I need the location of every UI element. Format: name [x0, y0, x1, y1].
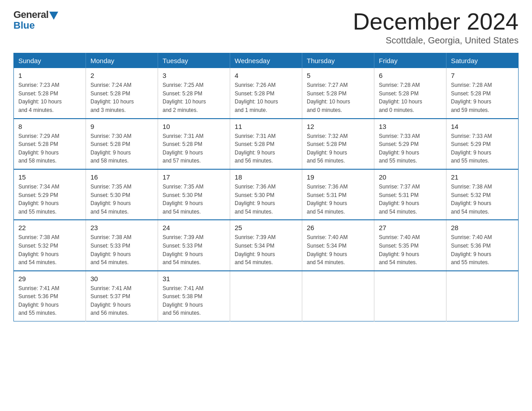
day-info: Sunrise: 7:25 AM Sunset: 5:28 PM Dayligh…	[163, 81, 225, 114]
logo: General Blue	[13, 9, 58, 31]
calendar-day-cell: 2Sunrise: 7:24 AM Sunset: 5:28 PM Daylig…	[86, 68, 158, 118]
day-number: 14	[451, 123, 514, 130]
calendar-week-row: 22Sunrise: 7:38 AM Sunset: 5:32 PM Dayli…	[14, 220, 519, 270]
calendar-day-cell: 22Sunrise: 7:38 AM Sunset: 5:32 PM Dayli…	[14, 220, 86, 270]
day-info: Sunrise: 7:30 AM Sunset: 5:28 PM Dayligh…	[90, 132, 153, 165]
day-number: 20	[379, 173, 442, 181]
day-info: Sunrise: 7:31 AM Sunset: 5:28 PM Dayligh…	[163, 132, 225, 165]
day-info: Sunrise: 7:37 AM Sunset: 5:31 PM Dayligh…	[379, 183, 442, 216]
calendar-day-cell: 4Sunrise: 7:26 AM Sunset: 5:28 PM Daylig…	[230, 68, 302, 118]
day-info: Sunrise: 7:38 AM Sunset: 5:33 PM Dayligh…	[90, 233, 153, 266]
logo-general-text: General	[13, 9, 48, 21]
calendar-day-cell: 7Sunrise: 7:28 AM Sunset: 5:28 PM Daylig…	[446, 68, 519, 118]
day-info: Sunrise: 7:39 AM Sunset: 5:34 PM Dayligh…	[235, 233, 297, 266]
calendar-day-cell: 16Sunrise: 7:35 AM Sunset: 5:30 PM Dayli…	[86, 169, 158, 220]
calendar-day-cell: 21Sunrise: 7:38 AM Sunset: 5:32 PM Dayli…	[446, 169, 519, 220]
day-number: 4	[235, 72, 297, 79]
calendar-week-row: 1Sunrise: 7:23 AM Sunset: 5:28 PM Daylig…	[14, 68, 519, 118]
calendar-day-cell: 12Sunrise: 7:32 AM Sunset: 5:28 PM Dayli…	[302, 119, 374, 169]
day-number: 30	[90, 275, 153, 283]
calendar-day-cell: 6Sunrise: 7:28 AM Sunset: 5:28 PM Daylig…	[374, 68, 446, 118]
day-info: Sunrise: 7:40 AM Sunset: 5:34 PM Dayligh…	[307, 233, 369, 266]
day-number: 26	[307, 224, 369, 231]
day-number: 3	[163, 72, 225, 79]
day-info: Sunrise: 7:41 AM Sunset: 5:38 PM Dayligh…	[163, 284, 225, 317]
day-number: 15	[18, 173, 81, 181]
day-info: Sunrise: 7:38 AM Sunset: 5:32 PM Dayligh…	[18, 233, 81, 266]
calendar-day-cell: 20Sunrise: 7:37 AM Sunset: 5:31 PM Dayli…	[374, 169, 446, 220]
day-info: Sunrise: 7:36 AM Sunset: 5:30 PM Dayligh…	[235, 183, 297, 216]
day-info: Sunrise: 7:26 AM Sunset: 5:28 PM Dayligh…	[235, 81, 297, 114]
day-number: 28	[451, 224, 514, 231]
calendar-day-cell: 18Sunrise: 7:36 AM Sunset: 5:30 PM Dayli…	[230, 169, 302, 220]
day-number: 1	[18, 72, 81, 79]
calendar-day-cell: 14Sunrise: 7:33 AM Sunset: 5:29 PM Dayli…	[446, 119, 519, 169]
day-number: 27	[379, 224, 442, 231]
day-of-week-header: Wednesday	[230, 53, 302, 68]
day-info: Sunrise: 7:27 AM Sunset: 5:28 PM Dayligh…	[307, 81, 369, 114]
day-number: 2	[90, 72, 153, 79]
day-info: Sunrise: 7:33 AM Sunset: 5:29 PM Dayligh…	[451, 132, 514, 165]
calendar-day-cell	[302, 271, 374, 321]
day-number: 22	[18, 224, 81, 231]
day-of-week-header: Friday	[374, 53, 446, 68]
day-info: Sunrise: 7:28 AM Sunset: 5:28 PM Dayligh…	[379, 81, 442, 114]
day-number: 11	[235, 123, 297, 130]
calendar-day-cell: 15Sunrise: 7:34 AM Sunset: 5:29 PM Dayli…	[14, 169, 86, 220]
calendar-day-cell: 26Sunrise: 7:40 AM Sunset: 5:34 PM Dayli…	[302, 220, 374, 270]
calendar-day-cell: 8Sunrise: 7:29 AM Sunset: 5:28 PM Daylig…	[14, 119, 86, 169]
day-number: 13	[379, 123, 442, 130]
calendar-day-cell: 3Sunrise: 7:25 AM Sunset: 5:28 PM Daylig…	[158, 68, 230, 118]
day-number: 16	[90, 173, 153, 181]
day-number: 24	[163, 224, 225, 231]
day-info: Sunrise: 7:23 AM Sunset: 5:28 PM Dayligh…	[18, 81, 81, 114]
day-number: 29	[18, 275, 81, 283]
day-info: Sunrise: 7:38 AM Sunset: 5:32 PM Dayligh…	[451, 183, 514, 216]
day-info: Sunrise: 7:41 AM Sunset: 5:37 PM Dayligh…	[90, 284, 153, 317]
day-of-week-header: Sunday	[14, 53, 86, 68]
calendar-table: SundayMondayTuesdayWednesdayThursdayFrid…	[13, 53, 519, 321]
calendar-day-cell: 5Sunrise: 7:27 AM Sunset: 5:28 PM Daylig…	[302, 68, 374, 118]
day-info: Sunrise: 7:32 AM Sunset: 5:28 PM Dayligh…	[307, 132, 369, 165]
title-block: December 2024 Scottdale, Georgia, United…	[353, 9, 519, 46]
day-of-week-header: Saturday	[446, 53, 519, 68]
calendar-day-cell: 25Sunrise: 7:39 AM Sunset: 5:34 PM Dayli…	[230, 220, 302, 270]
day-of-week-header: Tuesday	[158, 53, 230, 68]
calendar-day-cell: 9Sunrise: 7:30 AM Sunset: 5:28 PM Daylig…	[86, 119, 158, 169]
day-number: 23	[90, 224, 153, 231]
calendar-day-cell: 24Sunrise: 7:39 AM Sunset: 5:33 PM Dayli…	[158, 220, 230, 270]
day-info: Sunrise: 7:28 AM Sunset: 5:28 PM Dayligh…	[451, 81, 514, 114]
day-info: Sunrise: 7:29 AM Sunset: 5:28 PM Dayligh…	[18, 132, 81, 165]
month-title: December 2024	[353, 9, 519, 34]
calendar-day-cell: 28Sunrise: 7:40 AM Sunset: 5:36 PM Dayli…	[446, 220, 519, 270]
calendar-day-cell: 1Sunrise: 7:23 AM Sunset: 5:28 PM Daylig…	[14, 68, 86, 118]
calendar-day-cell: 11Sunrise: 7:31 AM Sunset: 5:28 PM Dayli…	[230, 119, 302, 169]
day-of-week-header: Monday	[86, 53, 158, 68]
day-number: 21	[451, 173, 514, 181]
calendar-day-cell: 10Sunrise: 7:31 AM Sunset: 5:28 PM Dayli…	[158, 119, 230, 169]
day-info: Sunrise: 7:35 AM Sunset: 5:30 PM Dayligh…	[163, 183, 225, 216]
day-number: 6	[379, 72, 442, 79]
day-info: Sunrise: 7:40 AM Sunset: 5:36 PM Dayligh…	[451, 233, 514, 266]
day-number: 9	[90, 123, 153, 130]
day-info: Sunrise: 7:33 AM Sunset: 5:29 PM Dayligh…	[379, 132, 442, 165]
day-info: Sunrise: 7:35 AM Sunset: 5:30 PM Dayligh…	[90, 183, 153, 216]
day-number: 17	[163, 173, 225, 181]
day-info: Sunrise: 7:41 AM Sunset: 5:36 PM Dayligh…	[18, 284, 81, 317]
calendar-week-row: 8Sunrise: 7:29 AM Sunset: 5:28 PM Daylig…	[14, 119, 519, 169]
day-number: 5	[307, 72, 369, 79]
day-of-week-header: Thursday	[302, 53, 374, 68]
day-number: 8	[18, 123, 81, 130]
day-info: Sunrise: 7:40 AM Sunset: 5:35 PM Dayligh…	[379, 233, 442, 266]
calendar-day-cell: 19Sunrise: 7:36 AM Sunset: 5:31 PM Dayli…	[302, 169, 374, 220]
day-number: 19	[307, 173, 369, 181]
day-info: Sunrise: 7:24 AM Sunset: 5:28 PM Dayligh…	[90, 81, 153, 114]
day-info: Sunrise: 7:34 AM Sunset: 5:29 PM Dayligh…	[18, 183, 81, 216]
logo-blue-text: Blue	[13, 20, 35, 31]
logo-arrow-icon	[49, 12, 58, 20]
calendar-day-cell	[446, 271, 519, 321]
day-info: Sunrise: 7:31 AM Sunset: 5:28 PM Dayligh…	[235, 132, 297, 165]
day-number: 18	[235, 173, 297, 181]
day-number: 31	[163, 275, 225, 283]
calendar-day-cell	[230, 271, 302, 321]
